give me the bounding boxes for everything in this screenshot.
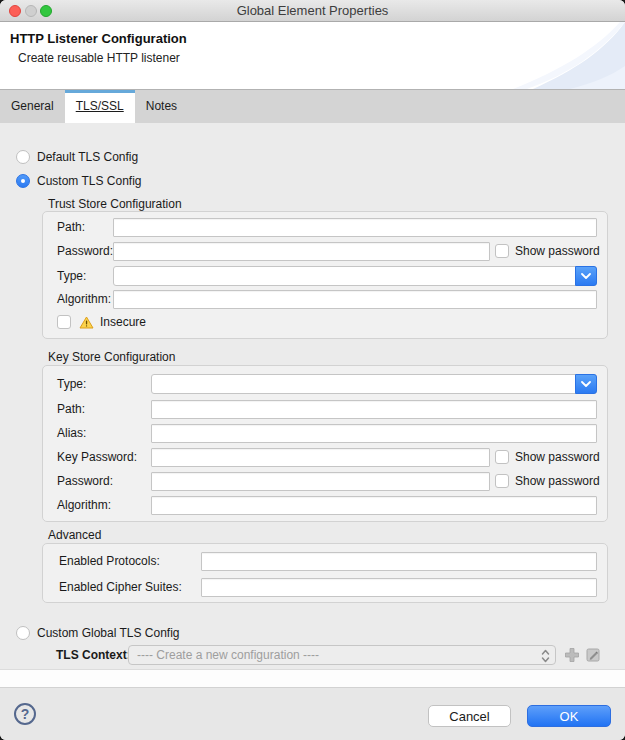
custom-global-tls-config-radio[interactable]: Custom Global TLS Config [16,626,180,640]
insecure-checkbox[interactable]: Insecure [57,315,146,329]
advanced-group-title: Advanced [48,528,101,542]
trust-path-label: Path: [57,218,85,237]
key-alias-input[interactable] [151,424,597,443]
enabled-protocols-input[interactable] [201,552,597,571]
chevron-down-icon[interactable] [575,374,597,394]
key-algorithm-label: Algorithm: [57,496,111,515]
trust-password-label: Password: [57,242,113,261]
trust-password-input[interactable] [113,242,490,261]
dialog-window: Global Element Properties HTTP Listener … [0,0,625,740]
insecure-label: Insecure [100,315,146,329]
trust-algorithm-label: Algorithm: [57,290,111,309]
edit-pencil-icon [586,648,600,662]
checkbox-icon[interactable] [495,474,509,488]
key-store-group: Type: Path: Alias: Key Password: Show pa… [42,365,608,522]
tls-context-select[interactable]: ---- Create a new configuration ---- [128,645,556,665]
page-subtitle: Create reusable HTTP listener [18,51,180,65]
custom-global-tls-config-label: Custom Global TLS Config [37,626,180,640]
edit-tls-context-button[interactable] [586,648,600,666]
radio-unselected-icon[interactable] [16,150,30,164]
key-alias-label: Alias: [57,424,86,443]
trust-algorithm-input[interactable] [113,290,597,309]
radio-unselected-icon[interactable] [16,626,30,640]
add-tls-context-button[interactable] [564,647,580,667]
tab-general[interactable]: General [0,90,65,123]
checkbox-icon[interactable] [57,315,71,329]
window-title: Global Element Properties [0,0,625,21]
dialog-header: HTTP Listener Configuration Create reusa… [0,22,625,90]
trust-show-password-label: Show password [515,244,600,258]
custom-tls-config-radio[interactable]: Custom TLS Config [16,174,142,188]
key-type-label: Type: [57,374,86,394]
tls-tab-content: Default TLS Config Custom TLS Config Tru… [0,123,625,669]
title-bar: Global Element Properties [0,0,625,22]
key-algorithm-input[interactable] [151,496,597,515]
default-tls-config-radio[interactable]: Default TLS Config [16,150,138,164]
tls-context-value: ---- Create a new configuration ---- [137,648,319,662]
button-bar: ? Cancel OK [0,687,625,740]
header-swirl-decoration [415,22,625,89]
question-mark-icon: ? [21,706,30,722]
trust-type-label: Type: [57,266,86,286]
warning-icon [79,316,94,329]
page-title: HTTP Listener Configuration [10,31,187,46]
help-button[interactable]: ? [14,703,36,725]
trust-store-group-title: Trust Store Configuration [48,197,182,211]
key-key-password-label: Key Password: [57,448,137,467]
key-show-password-label: Show password [515,474,600,488]
dialog-separator-band [0,669,625,687]
plus-icon [564,647,580,663]
tab-tls-ssl[interactable]: TLS/SSL [65,90,135,123]
minimize-window-button[interactable] [25,5,37,17]
advanced-group: Enabled Protocols: Enabled Cipher Suites… [42,543,608,603]
close-window-button[interactable] [9,5,21,17]
custom-tls-config-label: Custom TLS Config [37,174,142,188]
key-path-label: Path: [57,400,85,419]
cancel-button[interactable]: Cancel [428,705,511,727]
checkbox-icon[interactable] [495,244,509,258]
checkbox-icon[interactable] [495,450,509,464]
enabled-cipher-suites-label: Enabled Cipher Suites: [59,578,182,597]
key-show-password-checkbox[interactable]: Show password [495,474,600,488]
enabled-protocols-label: Enabled Protocols: [59,552,160,571]
key-path-input[interactable] [151,400,597,419]
default-tls-config-label: Default TLS Config [37,150,138,164]
key-password-label: Password: [57,472,113,491]
radio-selected-icon[interactable] [16,174,30,188]
key-key-password-input[interactable] [151,448,490,467]
tab-bar: General TLS/SSL Notes [0,90,625,123]
key-type-combo[interactable] [151,374,597,394]
ok-button[interactable]: OK [527,705,611,727]
trust-show-password-checkbox[interactable]: Show password [495,244,600,258]
trust-path-input[interactable] [113,218,597,237]
key-show-key-password-checkbox[interactable]: Show password [495,450,600,464]
up-down-chevrons-icon [541,649,550,665]
enabled-cipher-suites-input[interactable] [201,578,597,597]
key-store-group-title: Key Store Configuration [48,350,175,364]
trust-store-group: Path: Password: Show password Type: Algo… [42,211,608,339]
key-password-input[interactable] [151,472,490,491]
chevron-down-icon[interactable] [575,266,597,286]
tls-context-label: TLS Context: [56,645,131,665]
trust-type-combo[interactable] [113,266,597,286]
key-show-key-password-label: Show password [515,450,600,464]
zoom-window-button[interactable] [40,5,52,17]
tab-notes[interactable]: Notes [135,90,188,123]
